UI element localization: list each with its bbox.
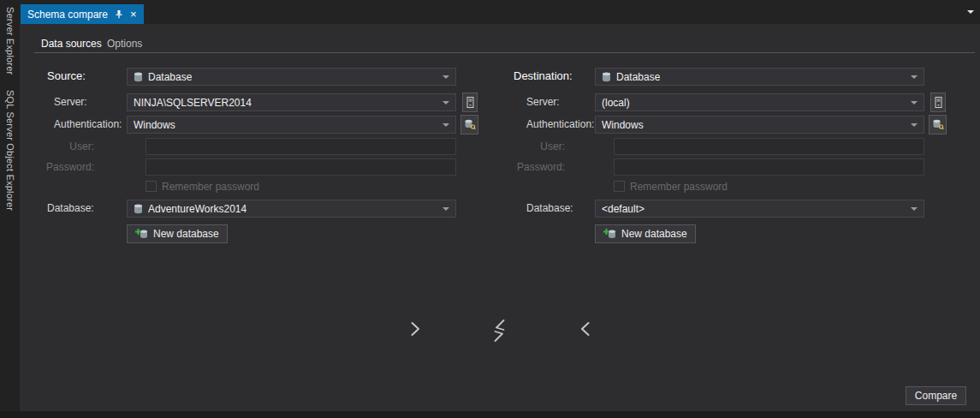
document-tab-strip: Schema compare ×	[20, 0, 980, 24]
source-server-value: NINJA\SQLSERVER2014	[134, 97, 252, 109]
server-icon	[466, 97, 474, 108]
sidebar-item-sql-server-object-explorer[interactable]: SQL Server Object Explorer	[5, 90, 15, 211]
destination-type-dropdown[interactable]: Database	[595, 68, 924, 86]
destination-user-input	[614, 138, 924, 155]
destination-browse-server-button[interactable]	[930, 93, 946, 112]
source-user-label: User:	[34, 140, 94, 152]
pin-icon[interactable]	[115, 9, 123, 19]
source-header: Source:	[47, 69, 86, 82]
source-new-database-label: New database	[153, 228, 219, 240]
arrow-right-icon	[410, 321, 420, 337]
database-icon	[602, 72, 611, 82]
destination-type-value: Database	[616, 71, 660, 83]
destination-new-database-label: New database	[621, 228, 687, 240]
sidebar-item-server-explorer[interactable]: Server Explorer	[5, 7, 15, 75]
destination-database-dropdown[interactable]: <default>	[595, 200, 924, 218]
destination-auth-value: Windows	[602, 119, 644, 131]
destination-user-label: User:	[505, 140, 565, 152]
compare-button-label: Compare	[915, 390, 957, 402]
destination-remember-password-label: Remember password	[630, 181, 728, 193]
window-bottom-edge	[0, 411, 980, 418]
arrow-left-icon	[580, 321, 591, 337]
destination-new-database-button[interactable]: New database	[595, 224, 696, 243]
source-server-dropdown[interactable]: NINJA\SQLSERVER2014	[127, 93, 456, 111]
source-type-dropdown[interactable]: Database	[127, 68, 456, 86]
compare-button[interactable]: Compare	[906, 386, 966, 405]
source-new-database-button[interactable]: New database	[127, 224, 228, 243]
tab-options[interactable]: Options	[107, 38, 142, 50]
source-auth-value: Windows	[134, 119, 175, 131]
database-icon	[134, 204, 143, 214]
database-icon	[134, 72, 143, 82]
destination-database-value: <default>	[602, 203, 644, 215]
schema-compare-window: Server Explorer SQL Server Object Explor…	[0, 0, 980, 418]
tabs-divider	[34, 52, 975, 53]
destination-password-label: Password:	[505, 161, 565, 173]
tab-schema-compare[interactable]: Schema compare ×	[21, 4, 144, 24]
destination-server-label: Server:	[526, 96, 560, 108]
destination-remember-password-checkbox	[614, 181, 625, 192]
destination-auth-dropdown[interactable]: Windows	[595, 116, 924, 134]
source-remember-password-checkbox	[146, 181, 157, 192]
source-security-button[interactable]	[460, 115, 478, 134]
source-browse-server-button[interactable]	[462, 93, 478, 112]
destination-server-dropdown[interactable]: (local)	[595, 93, 924, 111]
destination-header: Destination:	[514, 69, 573, 82]
destination-security-button[interactable]	[929, 115, 947, 134]
source-password-input	[146, 158, 456, 176]
source-type-value: Database	[148, 71, 192, 83]
new-database-icon	[603, 229, 617, 240]
destination-auth-label: Authentication:	[526, 118, 594, 130]
destination-password-input	[614, 158, 924, 176]
chevron-down-icon[interactable]	[967, 10, 974, 14]
left-tool-rail: Server Explorer SQL Server Object Explor…	[0, 0, 20, 418]
new-database-icon	[135, 229, 149, 240]
source-database-value: AdventureWorks2014	[148, 203, 246, 215]
source-database-label: Database:	[47, 202, 94, 214]
source-auth-label: Authentication:	[54, 118, 122, 130]
source-auth-dropdown[interactable]: Windows	[127, 116, 456, 134]
source-user-input	[146, 138, 456, 155]
destination-database-label: Database:	[526, 202, 573, 214]
source-remember-password-label: Remember password	[162, 181, 259, 193]
source-server-label: Server:	[54, 96, 87, 108]
source-database-dropdown[interactable]: AdventureWorks2014	[127, 200, 456, 218]
database-key-icon	[932, 119, 944, 130]
server-icon	[935, 97, 942, 108]
source-password-label: Password:	[34, 161, 94, 173]
destination-server-value: (local)	[602, 97, 630, 109]
swap-source-destination-icon[interactable]	[493, 319, 506, 343]
close-icon[interactable]: ×	[130, 9, 137, 20]
tab-data-sources[interactable]: Data sources	[41, 38, 102, 50]
tab-title: Schema compare	[27, 9, 108, 21]
database-key-icon	[464, 119, 476, 130]
